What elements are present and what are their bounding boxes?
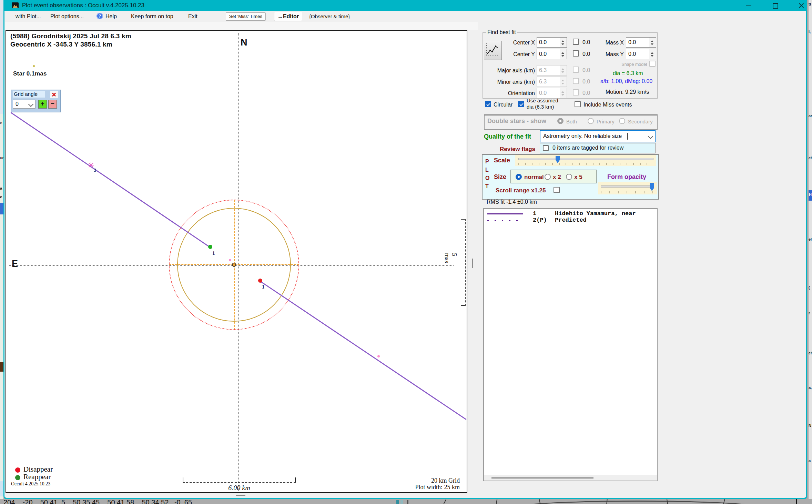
shape-model-checkbox[interactable]	[649, 61, 656, 67]
maximize-button[interactable]	[767, 0, 783, 11]
form-opacity-slider[interactable]	[598, 182, 657, 194]
grid-angle-minus-button[interactable]: −	[48, 100, 57, 109]
spinner-arrows[interactable]	[560, 49, 567, 59]
shape-model-label: Shape model	[619, 62, 647, 67]
predicted-marker	[88, 162, 94, 168]
east-label: E	[12, 259, 18, 269]
plot-width-label: Plot width: 25 km	[403, 484, 460, 491]
scroll-range-checkbox[interactable]	[554, 187, 560, 193]
mass-y-spinner[interactable]: 0.0	[626, 49, 656, 59]
review-flags-checkbox[interactable]	[543, 145, 549, 151]
right-fragment: N	[809, 423, 811, 427]
major-axis-aux: 0.0	[582, 67, 590, 73]
left-fragment: e	[0, 195, 2, 199]
chord-line-lower	[260, 281, 466, 420]
background-right-strip: tl l, ar eH H eh ( r eh a, N a	[809, 0, 812, 504]
circular-checkbox[interactable]	[485, 101, 491, 107]
menu-keep-on-top[interactable]: Keep form on top	[131, 13, 173, 20]
quality-combobox[interactable]: Astrometry only. No reliable size	[540, 130, 656, 142]
major-axis-label: Major axis (km)	[495, 68, 535, 74]
minor-axis-aux: 0.0	[582, 79, 590, 85]
observer-list[interactable]: 1 Hidehito Yamamura, near 2(P) Predicted	[483, 208, 658, 481]
center-y-aux: 0.0	[582, 51, 590, 57]
use-assumed-checkbox[interactable]	[518, 101, 524, 107]
grid-angle-close-button[interactable]	[50, 91, 58, 98]
right-fragment: (	[809, 285, 810, 290]
observer-row-name[interactable]: Predicted	[555, 217, 587, 223]
size-group: normal x 2 x 5	[510, 170, 597, 183]
menu-plot-options[interactable]: Plot options...	[50, 13, 84, 20]
circular-label: Circular	[494, 102, 512, 108]
use-assumed-label-2: dia (6.3 km)	[527, 104, 554, 110]
form-opacity-slider-thumb[interactable]	[650, 183, 654, 191]
double-stars-primary-radio	[588, 118, 594, 124]
list-hscrollbar[interactable]	[484, 475, 657, 481]
minor-axis-label: Minor axis (km)	[495, 79, 535, 85]
list-hscrollbar-thumb[interactable]	[491, 477, 593, 478]
right-fragment: eh	[809, 351, 812, 355]
center-x-checkbox[interactable]	[573, 39, 579, 45]
scale-slider[interactable]	[515, 155, 656, 166]
center-x-spinner[interactable]: 0.0	[537, 37, 567, 48]
star-size-dot	[33, 65, 35, 67]
observer-row-name[interactable]: Hidehito Yamamura, near	[555, 210, 636, 217]
review-flags-text: 0 items are tagged for review	[552, 145, 623, 151]
motion-label: Motion: 9.29 km/s	[606, 89, 649, 95]
size-normal-label: normal	[524, 174, 544, 181]
disappear-marker-label: 1	[262, 284, 265, 290]
mass-x-label: Mass X	[600, 40, 624, 46]
spinner-arrows[interactable]	[649, 49, 656, 59]
observer-row-num[interactable]: 1	[533, 210, 536, 217]
reappear-legend-dot	[15, 475, 20, 480]
left-fragment: a	[0, 186, 2, 190]
orientation-checkbox	[573, 89, 579, 95]
title-bar[interactable]: Plot event observations : Occult v.4.202…	[3, 0, 807, 11]
plot-letter-o: O	[485, 175, 489, 181]
spinner-arrows[interactable]	[649, 38, 656, 47]
menu-with-plot[interactable]: with Plot...	[16, 13, 41, 20]
size-label: Size	[494, 173, 506, 181]
version-label: Occult 4.2025.10.23	[11, 481, 50, 487]
set-miss-times-button[interactable]: Set 'Miss' Times	[226, 12, 266, 21]
editor-button[interactable]: →Editor	[274, 12, 302, 21]
horizontal-scrollbar-thumb[interactable]	[236, 495, 245, 496]
minor-axis-checkbox	[573, 78, 579, 84]
size-normal-radio[interactable]	[516, 174, 522, 180]
find-best-fit-button[interactable]	[484, 41, 502, 60]
grid-angle-window[interactable]: Grid angle 0 + −	[11, 90, 61, 112]
menu-exit[interactable]: Exit	[188, 13, 197, 20]
minimize-icon	[746, 6, 751, 6]
mass-x-spinner[interactable]: 0.0	[626, 37, 656, 48]
grid-angle-select[interactable]: 0	[13, 100, 35, 109]
plot-canvas[interactable]: 1 1 2 (5988) Gorodnitskij 2025 Jul 28 6.…	[6, 30, 467, 493]
right-fragment: l,	[809, 30, 811, 34]
center-y-spinner[interactable]: 0.0	[537, 49, 567, 59]
right-fragment: r	[809, 311, 810, 315]
menu-help[interactable]: Help	[105, 13, 117, 20]
close-button[interactable]	[793, 0, 809, 11]
quality-label: Quality of the fit	[484, 133, 531, 140]
center-y-checkbox[interactable]	[573, 50, 579, 57]
reappear-legend-label: Reappear	[23, 473, 51, 481]
form-opacity-label: Form opacity	[607, 173, 646, 181]
chevron-down-icon	[28, 102, 34, 107]
spinner-arrows[interactable]	[560, 38, 567, 47]
scale-slider-thumb[interactable]	[556, 156, 560, 163]
grid-angle-value: 0	[16, 101, 19, 107]
text-caret	[627, 133, 628, 140]
help-icon[interactable]: ?	[97, 13, 103, 19]
double-stars-secondary-label: Secondary	[628, 119, 653, 124]
size-x2-radio[interactable]	[545, 174, 551, 180]
review-flags-label: Review flags	[500, 146, 535, 153]
grid-angle-plus-button[interactable]: +	[38, 100, 47, 109]
vertical-scrollbar-thumb[interactable]	[472, 259, 473, 268]
include-miss-checkbox[interactable]	[575, 101, 581, 107]
right-fragment: a,	[809, 385, 812, 390]
major-axis-checkbox	[573, 67, 579, 73]
size-x5-radio[interactable]	[566, 174, 572, 180]
map-fragment	[489, 501, 786, 504]
observer-row-num[interactable]: 2(P)	[533, 217, 547, 223]
orientation-label: Orientation	[495, 90, 535, 97]
minimize-button[interactable]	[741, 0, 757, 11]
observer-time-label: {Observer & time}	[309, 13, 350, 19]
